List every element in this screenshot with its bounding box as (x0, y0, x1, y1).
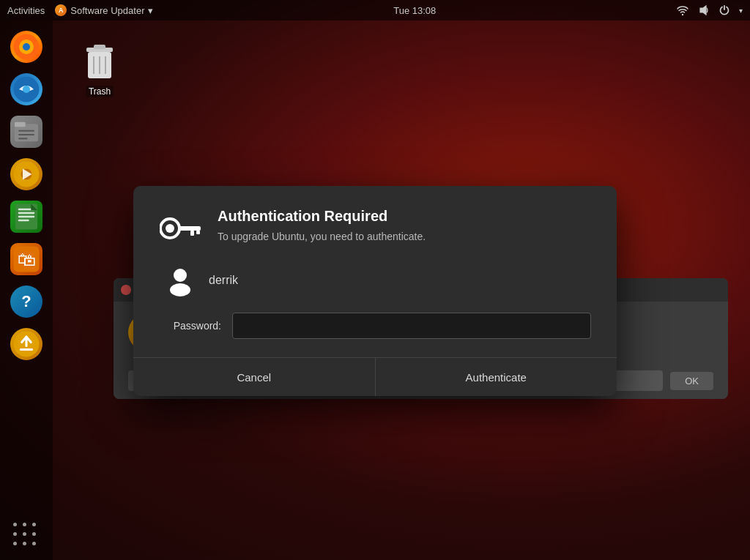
svg-rect-34 (196, 231, 200, 234)
cancel-button[interactable]: Cancel (133, 358, 376, 396)
svg-rect-32 (179, 226, 201, 231)
password-label: Password: (163, 320, 221, 332)
dialog-user-row: derrik (163, 263, 591, 298)
dialog-overlay: Authentication Required To upgrade Ubunt… (0, 0, 750, 560)
dialog-footer: Cancel Authenticate (133, 357, 617, 396)
dialog-title: Authentication Required (218, 208, 591, 225)
user-avatar (163, 263, 198, 298)
svg-point-31 (166, 224, 174, 233)
dialog-title-group: Authentication Required To upgrade Ubunt… (218, 208, 591, 242)
dialog-header: Authentication Required To upgrade Ubunt… (159, 208, 591, 244)
dialog-password-row: Password: (163, 313, 591, 339)
key-icon (159, 212, 203, 244)
svg-point-36 (170, 283, 190, 296)
dialog-body: Authentication Required To upgrade Ubunt… (133, 186, 617, 357)
svg-rect-33 (190, 231, 194, 236)
authentication-dialog: Authentication Required To upgrade Ubunt… (133, 186, 617, 396)
dialog-subtitle: To upgrade Ubuntu, you need to authentic… (218, 231, 591, 242)
password-input[interactable] (232, 313, 591, 339)
authenticate-button[interactable]: Authenticate (376, 358, 617, 396)
svg-point-35 (174, 269, 187, 282)
username-label: derrik (209, 274, 238, 287)
